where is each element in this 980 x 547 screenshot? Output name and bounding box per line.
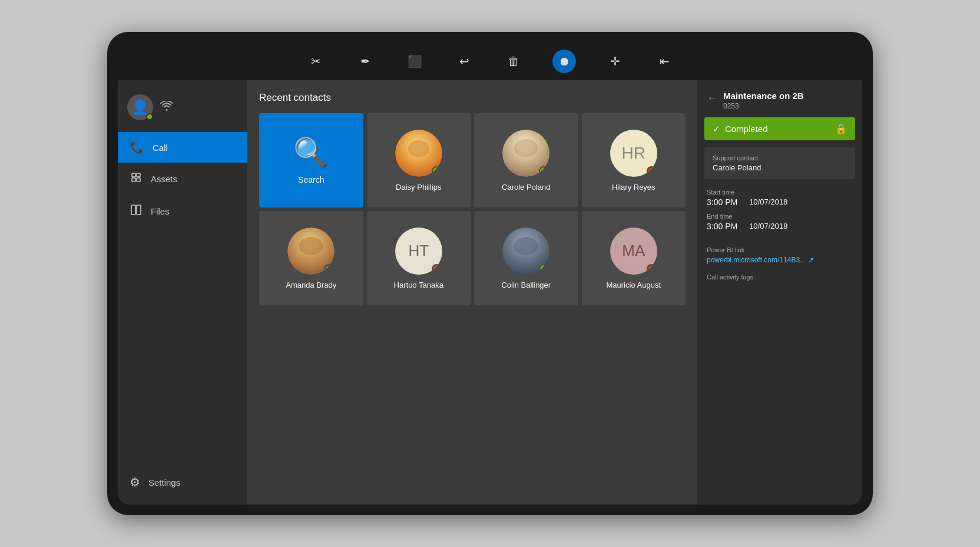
- nav-settings[interactable]: ⚙ Settings: [118, 467, 247, 497]
- pen-icon[interactable]: ✒: [355, 51, 376, 72]
- end-time-block: End time 3:00 PM 10/07/2018: [707, 213, 853, 231]
- center-panel: Recent contacts 🔍 Search: [247, 80, 697, 505]
- daisy-avatar: [395, 130, 442, 177]
- nav-files[interactable]: Files: [118, 195, 247, 228]
- assets-icon: [130, 171, 143, 187]
- right-panel-title-block: Maintenance on 2B 0253: [723, 91, 853, 110]
- mauricio-name: Mauricio August: [607, 281, 661, 289]
- user-area: 👤: [118, 87, 247, 132]
- colin-status: [539, 264, 548, 274]
- search-card[interactable]: 🔍 Search: [259, 113, 363, 207]
- svg-rect-4: [131, 205, 135, 215]
- start-date-value: 10/07/2018: [749, 197, 787, 207]
- nav-files-label: Files: [151, 206, 170, 216]
- time-section: Start time 3:00 PM 10/07/2018 End time 3…: [697, 184, 862, 242]
- daisy-status: [432, 166, 441, 176]
- call-icon: 📞: [130, 140, 144, 154]
- contact-carole[interactable]: Carole Poland: [474, 113, 578, 207]
- svg-rect-1: [137, 173, 140, 177]
- amanda-name: Amanda Brady: [286, 281, 336, 289]
- hartuo-name: Hartuo Tanaka: [394, 281, 443, 289]
- end-time-pair: 3:00 PM 10/07/2018: [707, 222, 853, 231]
- section-title: Recent contacts: [259, 92, 686, 104]
- contact-hilary[interactable]: HR Hilary Reyes: [582, 113, 686, 207]
- colin-name: Colin Ballinger: [501, 281, 551, 289]
- settings-icon: ⚙: [130, 475, 140, 489]
- power-bi-section: Power BI link powerbi.microsoft.com/114B…: [697, 242, 862, 271]
- contacts-grid: 🔍 Search Daisy Phillips: [259, 113, 686, 305]
- status-bar[interactable]: ✓ Completed 🔒: [704, 117, 855, 140]
- svg-rect-3: [137, 178, 140, 182]
- nav-settings-label: Settings: [148, 477, 180, 487]
- end-time-value: 3:00 PM: [707, 222, 737, 231]
- hilary-status: [647, 166, 656, 176]
- lock-icon: 🔒: [835, 123, 847, 134]
- contact-colin[interactable]: Colin Ballinger: [474, 211, 578, 305]
- daisy-name: Daisy Phillips: [396, 183, 441, 192]
- colin-avatar: [502, 228, 549, 275]
- end-date-value: 10/07/2018: [749, 222, 787, 231]
- start-time-pair: 3:00 PM 10/07/2018: [707, 197, 853, 207]
- svg-rect-0: [132, 173, 135, 177]
- move-icon[interactable]: ✛: [604, 51, 625, 72]
- start-time-block: Start time 3:00 PM 10/07/2018: [707, 189, 853, 207]
- amanda-avatar: ✕: [287, 228, 335, 275]
- support-contact-value: Carole Poland: [713, 163, 847, 172]
- hilary-avatar: HR: [610, 130, 657, 177]
- record-icon[interactable]: ⏺: [552, 50, 576, 73]
- device-frame: ✂ ✒ ⬛ ↩ 🗑 ⏺ ✛ ⇤ 👤: [107, 32, 873, 515]
- back-button[interactable]: ←: [707, 92, 717, 104]
- mauricio-avatar: MA: [610, 228, 657, 275]
- search-label: Search: [298, 175, 324, 184]
- right-panel-subtitle: 0253: [723, 102, 853, 110]
- amanda-status: ✕: [324, 264, 333, 274]
- mauricio-status: [647, 264, 656, 274]
- scissors-icon[interactable]: ✂: [305, 51, 326, 72]
- contact-amanda[interactable]: ✕ Amanda Brady: [259, 211, 363, 305]
- start-time-label: Start time: [707, 189, 853, 196]
- main-content: 👤 📞 Call: [118, 80, 862, 505]
- start-time-row: Start time 3:00 PM 10/07/2018: [707, 189, 853, 207]
- carole-status: [539, 166, 548, 176]
- status-label: Completed: [725, 124, 768, 134]
- nav-assets-label: Assets: [151, 174, 177, 184]
- device-screen: ✂ ✒ ⬛ ↩ 🗑 ⏺ ✛ ⇤ 👤: [118, 42, 862, 505]
- sidebar: 👤 📞 Call: [118, 80, 247, 505]
- support-contact-section: Support contact Carole Poland: [704, 147, 855, 179]
- user-status-dot: [146, 113, 153, 120]
- wifi-icon: [160, 101, 173, 114]
- power-bi-label: Power BI link: [707, 246, 853, 253]
- contact-mauricio[interactable]: MA Mauricio August: [582, 211, 686, 305]
- carole-name: Carole Poland: [502, 183, 550, 192]
- delete-icon[interactable]: 🗑: [503, 51, 524, 72]
- hartuo-status: [432, 264, 441, 274]
- activity-logs-label: Call activity logs: [697, 271, 862, 283]
- status-bar-left: ✓ Completed: [713, 124, 768, 134]
- nav-call[interactable]: 📞 Call: [118, 132, 247, 163]
- undo-icon[interactable]: ↩: [453, 51, 475, 72]
- support-contact-label: Support contact: [713, 154, 847, 162]
- carole-avatar: [502, 130, 549, 177]
- contact-hartuo[interactable]: HT Hartuo Tanaka: [367, 211, 471, 305]
- right-panel-title: Maintenance on 2B: [723, 91, 853, 101]
- end-time-label: End time: [707, 213, 853, 220]
- pin-icon[interactable]: ⇤: [654, 51, 675, 72]
- search-icon: 🔍: [293, 136, 329, 169]
- user-avatar-wrapper: 👤: [127, 94, 153, 120]
- start-time-value: 3:00 PM: [707, 197, 737, 207]
- stop-icon[interactable]: ⬛: [404, 51, 425, 72]
- svg-rect-2: [132, 178, 135, 182]
- power-bi-url: powerbi.microsoft.com/114B3...: [707, 256, 806, 264]
- nav-call-label: Call: [153, 143, 168, 153]
- contact-daisy[interactable]: Daisy Phillips: [367, 113, 471, 207]
- hartuo-avatar: HT: [395, 228, 442, 275]
- nav-assets[interactable]: Assets: [118, 163, 247, 195]
- toolbar: ✂ ✒ ⬛ ↩ 🗑 ⏺ ✛ ⇤: [118, 42, 862, 80]
- hilary-name: Hilary Reyes: [612, 183, 655, 192]
- right-panel: ← Maintenance on 2B 0253 ✓ Completed 🔒 S…: [697, 80, 862, 505]
- external-link-icon: ↗: [808, 256, 814, 264]
- svg-rect-5: [137, 205, 141, 215]
- right-panel-header: ← Maintenance on 2B 0253: [697, 80, 862, 117]
- power-bi-link[interactable]: powerbi.microsoft.com/114B3... ↗: [707, 256, 853, 264]
- checkmark-icon: ✓: [713, 124, 720, 134]
